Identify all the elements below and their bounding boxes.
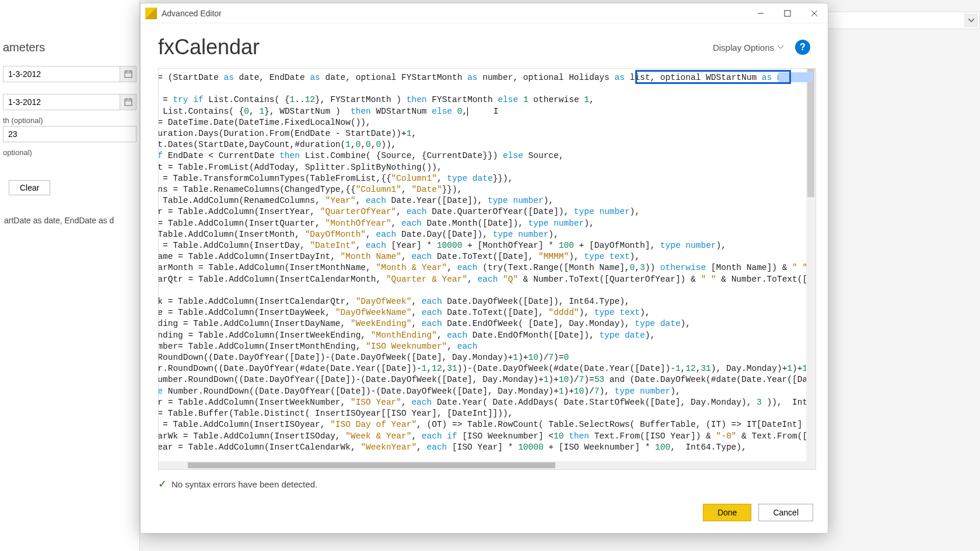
svg-rect-0 <box>125 71 132 78</box>
param-label-2: optional) <box>3 148 136 157</box>
vertical-scroll-thumb[interactable] <box>807 69 814 197</box>
titlebar[interactable]: Advanced Editor <box>141 3 828 23</box>
svg-rect-4 <box>125 99 132 106</box>
param-label-1: th (optional) <box>3 116 136 125</box>
powerbi-logo-icon <box>145 8 157 19</box>
checkmark-icon: ✓ <box>158 478 167 490</box>
text-cursor <box>467 107 468 116</box>
calendar-icon <box>124 70 132 78</box>
horizontal-scrollbar[interactable] <box>159 461 806 469</box>
vertical-scrollbar[interactable] <box>806 69 816 469</box>
code-editor[interactable]: iteTable = (StartDate as date, EndDate a… <box>158 68 816 470</box>
display-options-dropdown[interactable]: Display Options <box>713 43 783 52</box>
status-message: No syntax errors have been detected. <box>172 479 317 489</box>
done-button[interactable]: Done <box>703 504 751 521</box>
calendar-icon <box>124 98 132 106</box>
horizontal-scroll-thumb[interactable] <box>188 462 555 468</box>
help-button[interactable]: ? <box>795 40 810 55</box>
formula-expand-button[interactable] <box>964 13 978 27</box>
status-bar: ✓ No syntax errors have been detected. <box>141 473 828 495</box>
maximize-button[interactable] <box>774 3 801 23</box>
code-content[interactable]: iteTable = (StartDate as date, EndDate a… <box>158 69 769 457</box>
start-date-input[interactable] <box>3 66 120 82</box>
selection-highlight <box>778 72 813 82</box>
window-title: Advanced Editor <box>162 9 747 18</box>
advanced-editor-dialog: Advanced Editor fxCalendar Display Optio… <box>140 3 828 534</box>
date-picker-button-1[interactable] <box>120 66 136 82</box>
chevron-down-icon <box>778 45 783 49</box>
function-signature-text: artDate as date, EndDate as d <box>3 216 136 225</box>
query-name: fxCalendar <box>158 35 713 59</box>
end-date-input[interactable] <box>3 94 120 110</box>
close-button[interactable] <box>801 3 828 23</box>
svg-rect-9 <box>785 10 790 16</box>
parameters-heading: ameters <box>3 41 136 54</box>
date-picker-button-2[interactable] <box>120 94 136 110</box>
param-input-1[interactable] <box>3 126 136 142</box>
cancel-button[interactable]: Cancel <box>758 504 813 521</box>
clear-button[interactable]: Clear <box>9 180 50 195</box>
minimize-button[interactable] <box>747 3 774 23</box>
